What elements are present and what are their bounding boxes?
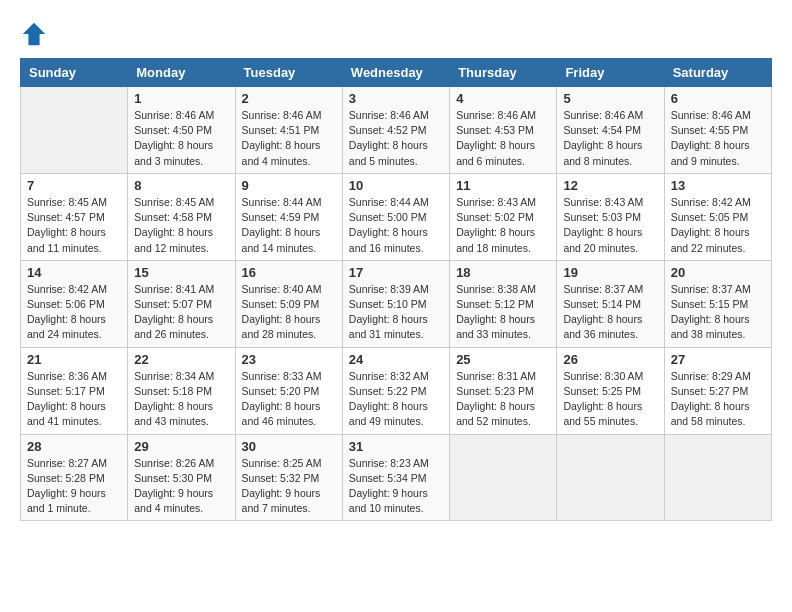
calendar-cell: 26Sunrise: 8:30 AMSunset: 5:25 PMDayligh… <box>557 347 664 434</box>
dow-header-sunday: Sunday <box>21 59 128 87</box>
calendar-cell: 3Sunrise: 8:46 AMSunset: 4:52 PMDaylight… <box>342 87 449 174</box>
day-number: 29 <box>134 439 228 454</box>
calendar-cell: 4Sunrise: 8:46 AMSunset: 4:53 PMDaylight… <box>450 87 557 174</box>
day-info: Sunrise: 8:42 AMSunset: 5:06 PMDaylight:… <box>27 282 121 343</box>
day-number: 4 <box>456 91 550 106</box>
day-info: Sunrise: 8:43 AMSunset: 5:02 PMDaylight:… <box>456 195 550 256</box>
day-number: 25 <box>456 352 550 367</box>
day-number: 11 <box>456 178 550 193</box>
day-info: Sunrise: 8:42 AMSunset: 5:05 PMDaylight:… <box>671 195 765 256</box>
calendar-cell <box>557 434 664 521</box>
header <box>20 20 772 48</box>
day-number: 15 <box>134 265 228 280</box>
calendar-table: SundayMondayTuesdayWednesdayThursdayFrid… <box>20 58 772 521</box>
calendar-cell: 22Sunrise: 8:34 AMSunset: 5:18 PMDayligh… <box>128 347 235 434</box>
day-number: 18 <box>456 265 550 280</box>
calendar-cell: 21Sunrise: 8:36 AMSunset: 5:17 PMDayligh… <box>21 347 128 434</box>
day-number: 17 <box>349 265 443 280</box>
dow-header-wednesday: Wednesday <box>342 59 449 87</box>
day-info: Sunrise: 8:36 AMSunset: 5:17 PMDaylight:… <box>27 369 121 430</box>
calendar-cell: 19Sunrise: 8:37 AMSunset: 5:14 PMDayligh… <box>557 260 664 347</box>
day-info: Sunrise: 8:46 AMSunset: 4:52 PMDaylight:… <box>349 108 443 169</box>
day-info: Sunrise: 8:46 AMSunset: 4:55 PMDaylight:… <box>671 108 765 169</box>
day-info: Sunrise: 8:33 AMSunset: 5:20 PMDaylight:… <box>242 369 336 430</box>
calendar-cell: 31Sunrise: 8:23 AMSunset: 5:34 PMDayligh… <box>342 434 449 521</box>
dow-header-tuesday: Tuesday <box>235 59 342 87</box>
day-number: 24 <box>349 352 443 367</box>
dow-header-saturday: Saturday <box>664 59 771 87</box>
day-number: 8 <box>134 178 228 193</box>
calendar-cell: 10Sunrise: 8:44 AMSunset: 5:00 PMDayligh… <box>342 173 449 260</box>
calendar-week-5: 28Sunrise: 8:27 AMSunset: 5:28 PMDayligh… <box>21 434 772 521</box>
day-info: Sunrise: 8:41 AMSunset: 5:07 PMDaylight:… <box>134 282 228 343</box>
calendar-cell: 27Sunrise: 8:29 AMSunset: 5:27 PMDayligh… <box>664 347 771 434</box>
day-number: 9 <box>242 178 336 193</box>
day-info: Sunrise: 8:39 AMSunset: 5:10 PMDaylight:… <box>349 282 443 343</box>
calendar-week-2: 7Sunrise: 8:45 AMSunset: 4:57 PMDaylight… <box>21 173 772 260</box>
calendar-cell <box>664 434 771 521</box>
day-number: 10 <box>349 178 443 193</box>
day-info: Sunrise: 8:31 AMSunset: 5:23 PMDaylight:… <box>456 369 550 430</box>
day-info: Sunrise: 8:37 AMSunset: 5:15 PMDaylight:… <box>671 282 765 343</box>
calendar-cell: 16Sunrise: 8:40 AMSunset: 5:09 PMDayligh… <box>235 260 342 347</box>
day-info: Sunrise: 8:29 AMSunset: 5:27 PMDaylight:… <box>671 369 765 430</box>
calendar-cell: 20Sunrise: 8:37 AMSunset: 5:15 PMDayligh… <box>664 260 771 347</box>
day-info: Sunrise: 8:46 AMSunset: 4:53 PMDaylight:… <box>456 108 550 169</box>
calendar-week-1: 1Sunrise: 8:46 AMSunset: 4:50 PMDaylight… <box>21 87 772 174</box>
day-number: 22 <box>134 352 228 367</box>
day-info: Sunrise: 8:25 AMSunset: 5:32 PMDaylight:… <box>242 456 336 517</box>
calendar-cell: 2Sunrise: 8:46 AMSunset: 4:51 PMDaylight… <box>235 87 342 174</box>
day-number: 27 <box>671 352 765 367</box>
day-info: Sunrise: 8:43 AMSunset: 5:03 PMDaylight:… <box>563 195 657 256</box>
calendar-cell: 6Sunrise: 8:46 AMSunset: 4:55 PMDaylight… <box>664 87 771 174</box>
calendar-cell: 1Sunrise: 8:46 AMSunset: 4:50 PMDaylight… <box>128 87 235 174</box>
day-number: 2 <box>242 91 336 106</box>
day-number: 1 <box>134 91 228 106</box>
day-info: Sunrise: 8:45 AMSunset: 4:57 PMDaylight:… <box>27 195 121 256</box>
calendar-cell: 29Sunrise: 8:26 AMSunset: 5:30 PMDayligh… <box>128 434 235 521</box>
day-number: 20 <box>671 265 765 280</box>
day-number: 26 <box>563 352 657 367</box>
day-number: 13 <box>671 178 765 193</box>
day-info: Sunrise: 8:34 AMSunset: 5:18 PMDaylight:… <box>134 369 228 430</box>
calendar-cell <box>21 87 128 174</box>
calendar-cell: 23Sunrise: 8:33 AMSunset: 5:20 PMDayligh… <box>235 347 342 434</box>
day-number: 5 <box>563 91 657 106</box>
day-number: 30 <box>242 439 336 454</box>
svg-marker-0 <box>23 23 45 45</box>
calendar-cell: 14Sunrise: 8:42 AMSunset: 5:06 PMDayligh… <box>21 260 128 347</box>
day-info: Sunrise: 8:38 AMSunset: 5:12 PMDaylight:… <box>456 282 550 343</box>
day-number: 21 <box>27 352 121 367</box>
calendar-cell: 18Sunrise: 8:38 AMSunset: 5:12 PMDayligh… <box>450 260 557 347</box>
calendar-cell: 15Sunrise: 8:41 AMSunset: 5:07 PMDayligh… <box>128 260 235 347</box>
calendar-cell <box>450 434 557 521</box>
calendar-cell: 13Sunrise: 8:42 AMSunset: 5:05 PMDayligh… <box>664 173 771 260</box>
day-info: Sunrise: 8:26 AMSunset: 5:30 PMDaylight:… <box>134 456 228 517</box>
day-number: 14 <box>27 265 121 280</box>
calendar-cell: 25Sunrise: 8:31 AMSunset: 5:23 PMDayligh… <box>450 347 557 434</box>
calendar-cell: 17Sunrise: 8:39 AMSunset: 5:10 PMDayligh… <box>342 260 449 347</box>
day-info: Sunrise: 8:32 AMSunset: 5:22 PMDaylight:… <box>349 369 443 430</box>
dow-header-thursday: Thursday <box>450 59 557 87</box>
day-number: 23 <box>242 352 336 367</box>
day-number: 12 <box>563 178 657 193</box>
calendar-cell: 8Sunrise: 8:45 AMSunset: 4:58 PMDaylight… <box>128 173 235 260</box>
day-info: Sunrise: 8:46 AMSunset: 4:51 PMDaylight:… <box>242 108 336 169</box>
day-info: Sunrise: 8:44 AMSunset: 4:59 PMDaylight:… <box>242 195 336 256</box>
calendar-cell: 7Sunrise: 8:45 AMSunset: 4:57 PMDaylight… <box>21 173 128 260</box>
day-info: Sunrise: 8:46 AMSunset: 4:50 PMDaylight:… <box>134 108 228 169</box>
logo <box>20 20 52 48</box>
day-info: Sunrise: 8:27 AMSunset: 5:28 PMDaylight:… <box>27 456 121 517</box>
day-info: Sunrise: 8:37 AMSunset: 5:14 PMDaylight:… <box>563 282 657 343</box>
calendar-cell: 9Sunrise: 8:44 AMSunset: 4:59 PMDaylight… <box>235 173 342 260</box>
day-number: 16 <box>242 265 336 280</box>
logo-icon <box>20 20 48 48</box>
day-number: 31 <box>349 439 443 454</box>
day-number: 7 <box>27 178 121 193</box>
calendar-cell: 30Sunrise: 8:25 AMSunset: 5:32 PMDayligh… <box>235 434 342 521</box>
dow-header-monday: Monday <box>128 59 235 87</box>
day-number: 3 <box>349 91 443 106</box>
day-info: Sunrise: 8:40 AMSunset: 5:09 PMDaylight:… <box>242 282 336 343</box>
calendar-cell: 28Sunrise: 8:27 AMSunset: 5:28 PMDayligh… <box>21 434 128 521</box>
calendar-week-4: 21Sunrise: 8:36 AMSunset: 5:17 PMDayligh… <box>21 347 772 434</box>
